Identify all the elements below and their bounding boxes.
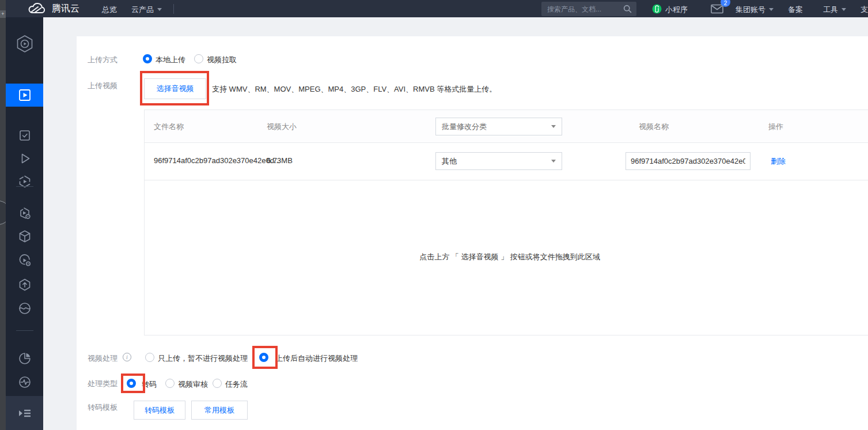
sidebar-item-play[interactable] <box>6 147 43 170</box>
sidebar-divider <box>16 186 33 187</box>
table-row: 96f9714af0c2b97ad302e370e42e0d... 6.73MB… <box>145 143 868 180</box>
common-template-button[interactable]: 常用模板 <box>191 401 248 420</box>
brand-name[interactable]: 腾讯云 <box>52 3 79 15</box>
radio-upload-only[interactable] <box>145 353 154 362</box>
miniprogram-icon[interactable] <box>652 4 662 14</box>
radio-local-upload[interactable] <box>143 54 152 63</box>
info-icon[interactable]: i <box>123 353 131 361</box>
sidebar-item-monitor[interactable] <box>6 371 43 394</box>
search-box[interactable] <box>541 2 636 16</box>
task-clock-icon <box>18 254 32 267</box>
chevron-down-icon <box>551 125 556 128</box>
chevron-down-icon <box>551 160 556 163</box>
sidebar-item-statistics[interactable] <box>6 347 43 370</box>
col-action: 操作 <box>768 122 783 132</box>
tencent-cloud-logo-icon[interactable] <box>26 2 46 15</box>
topbar: 腾讯云 总览 云产品 小程序 2 集团账号 备案 工具 支持 <box>6 0 868 17</box>
collapse-menu-icon <box>18 408 32 419</box>
video-processing-label: 视频处理 <box>88 353 117 364</box>
chevron-down-icon <box>769 8 774 11</box>
video-name-input[interactable] <box>626 152 751 170</box>
upload-method-label: 上传方式 <box>88 55 117 65</box>
sidebar-item-media-assets[interactable] <box>6 84 43 107</box>
sidebar-item-3d-media[interactable] <box>6 225 43 248</box>
nav-support[interactable]: 支持 <box>861 5 868 15</box>
radio-task-flow-label[interactable]: 任务流 <box>225 379 248 390</box>
nav-group-account[interactable]: 集团账号 <box>736 5 774 15</box>
file-table-header: 文件名称 视频大小 批量修改分类 视频名称 操作 <box>145 110 868 143</box>
media-play-square-icon <box>18 88 32 102</box>
radio-task-flow[interactable] <box>213 379 222 388</box>
radio-video-review[interactable] <box>165 379 175 388</box>
cell-file-name: 96f9714af0c2b97ad302e370e42e0d... <box>154 156 281 165</box>
play-triangle-icon <box>18 152 31 165</box>
search-icon[interactable] <box>623 5 632 13</box>
radio-video-review-label[interactable]: 视频审核 <box>178 379 208 390</box>
media-process-icon <box>18 206 32 220</box>
radio-video-pull[interactable] <box>194 54 203 63</box>
review-check-icon <box>18 129 31 142</box>
cell-file-size: 6.73MB <box>267 156 293 165</box>
data-flow-icon <box>18 301 32 315</box>
col-file-size: 视频大小 <box>267 122 297 132</box>
process-type-label: 处理类型 <box>88 379 117 389</box>
col-file-name: 文件名称 <box>154 122 184 132</box>
batch-category-select[interactable]: 批量修改分类 <box>435 118 562 135</box>
radio-auto-process-label[interactable]: 上传后自动进行视频处理 <box>275 353 358 364</box>
sidebar-item-task-manage[interactable] <box>6 249 43 272</box>
radio-transcode[interactable] <box>127 379 136 388</box>
radio-auto-process[interactable] <box>259 353 268 362</box>
mail-unread-badge: 2 <box>721 0 730 7</box>
sidebar-item-media-package[interactable] <box>6 170 43 193</box>
topbar-divider <box>173 4 174 14</box>
sidebar-item-review[interactable] <box>6 124 43 147</box>
plus-icon: + <box>0 10 6 18</box>
sidebar-item-data-flow[interactable] <box>6 297 43 320</box>
upload-hexagon-icon <box>18 278 32 292</box>
radio-video-pull-label[interactable]: 视频拉取 <box>207 55 237 65</box>
chevron-down-icon <box>157 8 162 11</box>
file-table: 文件名称 视频大小 批量修改分类 视频名称 操作 96f9714af0c2b97… <box>144 110 868 335</box>
radio-transcode-label[interactable]: 转码 <box>142 379 157 390</box>
search-input[interactable] <box>541 2 616 16</box>
pie-stats-icon <box>18 352 32 365</box>
format-hint: 支持 WMV、RM、MOV、MPEG、MP4、3GP、FLV、AVI、RMVB … <box>212 84 496 95</box>
row-category-select[interactable]: 其他 <box>435 152 562 170</box>
radio-upload-only-label[interactable]: 只上传，暂不进行视频处理 <box>158 353 248 364</box>
drop-zone-hint: 点击上方 「 选择音视频 」 按钮或将文件拖拽到此区域 <box>145 252 868 262</box>
col-video-name: 视频名称 <box>639 122 669 132</box>
transcode-template-label: 转码模板 <box>88 402 117 413</box>
radio-local-upload-label[interactable]: 本地上传 <box>156 55 185 65</box>
sidebar-divider <box>16 330 33 331</box>
transcode-template-button[interactable]: 转码模板 <box>134 401 185 420</box>
upload-video-label: 上传视频 <box>88 81 117 91</box>
cube-icon <box>18 229 32 243</box>
monitor-pulse-icon <box>18 375 32 389</box>
nav-tools[interactable]: 工具 <box>823 5 846 15</box>
delete-link[interactable]: 删除 <box>771 156 786 167</box>
sidebar-item-distribution[interactable] <box>6 273 43 296</box>
vod-logo-icon <box>15 34 35 54</box>
chevron-down-icon <box>842 8 846 11</box>
nav-overview[interactable]: 总览 <box>102 5 117 15</box>
select-video-button[interactable]: 选择音视频 <box>144 78 206 99</box>
mail-button[interactable] <box>711 4 723 16</box>
sidebar-item-media-process[interactable] <box>6 202 43 225</box>
sidebar-item-vod-home[interactable] <box>6 31 43 56</box>
miniprogram-label[interactable]: 小程序 <box>665 5 688 15</box>
nav-beian[interactable]: 备案 <box>788 5 803 15</box>
sidebar <box>6 17 43 430</box>
sidebar-item-collapse[interactable] <box>6 396 43 430</box>
nav-cloud-products[interactable]: 云产品 <box>131 5 162 15</box>
